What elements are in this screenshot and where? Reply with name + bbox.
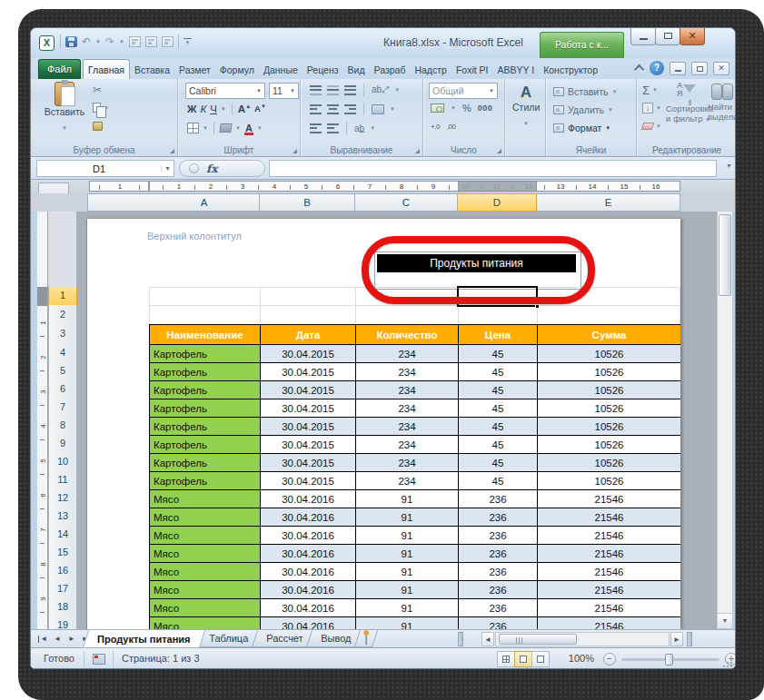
hscroll-right-icon[interactable]: ►	[670, 632, 683, 646]
table-cell[interactable]: 10526	[538, 436, 680, 454]
font-size-combo[interactable]: 11▼	[269, 83, 299, 99]
tab-Foxit PI[interactable]: Foxit PI	[451, 60, 493, 80]
redo-dropdown-icon[interactable]: ▼	[119, 39, 124, 44]
table-cell[interactable]: 45	[459, 454, 538, 472]
vertical-scrollbar[interactable]: ▲ ▼	[717, 212, 733, 629]
horizontal-scroll-thumb[interactable]	[499, 634, 577, 645]
currency-icon[interactable]	[431, 104, 444, 113]
vertical-scroll-thumb[interactable]	[719, 214, 731, 296]
table-cell[interactable]: 30.04.2015	[261, 418, 356, 436]
normal-view-button[interactable]	[497, 651, 515, 667]
table-cell[interactable]: 21546	[538, 563, 680, 581]
table-cell[interactable]: Мясо	[150, 599, 261, 617]
calculator-icon[interactable]	[162, 36, 174, 47]
tab-Формул[interactable]: Формул	[215, 60, 259, 80]
increase-decimal-button[interactable]: +,0	[431, 123, 440, 131]
underline-dropdown-icon[interactable]: ▼	[221, 106, 226, 112]
page-break-view-button[interactable]	[531, 651, 550, 667]
table-cell[interactable]: 91	[356, 617, 459, 629]
table-cell[interactable]: Картофель	[150, 418, 261, 436]
row-header-13[interactable]: 13	[48, 508, 77, 527]
table-cell[interactable]: 91	[356, 527, 459, 545]
underline-button[interactable]: Ч	[210, 104, 217, 114]
table-cell[interactable]: 10526	[538, 418, 680, 436]
paste-button[interactable]: Вставить ▼	[42, 82, 87, 142]
column-header-C[interactable]: C	[355, 193, 458, 212]
minimize-button[interactable]	[630, 28, 656, 45]
table-cell[interactable]: 236	[459, 617, 538, 629]
table-cell[interactable]: 236	[459, 599, 538, 617]
table-cell[interactable]: 30.04.2015	[261, 381, 356, 399]
tab-Главная[interactable]: Главная	[83, 59, 130, 79]
tab-Надстр[interactable]: Надстр	[410, 60, 451, 80]
format-painter-button[interactable]	[93, 119, 109, 133]
table-cell[interactable]: 236	[459, 545, 538, 563]
table-header-cell[interactable]: Наименование	[150, 325, 261, 345]
insert-function-button[interactable]: fx	[206, 163, 217, 175]
table-cell[interactable]: 30.04.2015	[261, 363, 356, 381]
hscroll-left-icon[interactable]: ◄	[481, 632, 494, 646]
row-header-7[interactable]: 7	[48, 399, 77, 418]
font-color-button[interactable]: А	[244, 123, 253, 133]
alignment-dialog-launcher-icon[interactable]	[415, 149, 420, 153]
tab-Конструктор[interactable]: Конструктор	[539, 60, 602, 80]
table-cell[interactable]: Картофель	[150, 436, 261, 454]
insert-sheet-tab[interactable]	[354, 630, 378, 647]
styles-button[interactable]: А Стили ▼	[512, 84, 540, 129]
table-cell[interactable]: 236	[459, 527, 538, 545]
table-cell[interactable]: Картофель	[150, 381, 261, 399]
file-tab[interactable]: Файл	[38, 59, 81, 79]
table-cell[interactable]: 45	[459, 436, 538, 454]
datasheet-icon[interactable]	[145, 36, 157, 47]
row-header-11[interactable]: 11	[48, 471, 77, 490]
table-cell[interactable]: 236	[459, 490, 538, 508]
table-cell[interactable]: 91	[356, 490, 459, 508]
increase-indent-icon[interactable]	[327, 123, 339, 133]
undo-dropdown-icon[interactable]: ▼	[95, 39, 101, 44]
decrease-decimal-button[interactable]: ,00	[447, 123, 456, 131]
table-cell[interactable]: 30.04.2016	[261, 527, 356, 545]
header-placeholder-text[interactable]: Верхний колонтитул	[147, 231, 242, 242]
row-header-17[interactable]: 17	[48, 580, 77, 599]
fill-button[interactable]: ↓▼	[642, 101, 661, 115]
table-cell[interactable]: 91	[356, 581, 459, 599]
cancel-entry-icon[interactable]	[189, 163, 199, 173]
collapse-ribbon-icon[interactable]	[634, 64, 644, 74]
row-header-16[interactable]: 16	[48, 562, 77, 581]
align-bottom-icon[interactable]	[344, 85, 356, 95]
font-name-combo[interactable]: Calibri▼	[185, 83, 265, 99]
tab-Размет[interactable]: Размет	[174, 60, 215, 80]
page-layout-view-button[interactable]	[514, 651, 532, 667]
scrollbar-splitter[interactable]	[687, 632, 692, 646]
row-header-12[interactable]: 12	[48, 489, 77, 508]
align-left-icon[interactable]	[310, 104, 322, 114]
number-format-combo[interactable]: Общий▼	[429, 83, 498, 99]
cut-button[interactable]: ✂	[93, 83, 109, 96]
table-cell[interactable]: 234	[356, 418, 459, 436]
doc-restore-button[interactable]	[691, 62, 708, 75]
find-select-button[interactable]: Найти и выделить ▼	[708, 82, 736, 123]
percent-button[interactable]: %	[462, 103, 471, 113]
table-cell[interactable]: 91	[356, 599, 459, 617]
table-cell[interactable]: 30.04.2015	[261, 436, 356, 454]
save-icon[interactable]	[65, 36, 77, 47]
zoom-level[interactable]: 100%	[561, 653, 594, 664]
thousands-button[interactable]: 000	[478, 104, 493, 113]
table-cell[interactable]: Картофель	[150, 454, 261, 472]
table-cell[interactable]: Мясо	[150, 545, 261, 563]
table-cell[interactable]: 21546	[538, 581, 680, 599]
row-header-8[interactable]: 8	[48, 417, 77, 436]
table-cell[interactable]: 21546	[538, 545, 680, 563]
copy-button[interactable]: ▼	[93, 101, 109, 114]
fill-color-icon[interactable]	[219, 123, 232, 133]
orientation-icon[interactable]: ab⤢	[372, 84, 389, 95]
table-cell[interactable]: 234	[356, 363, 459, 381]
table-cell[interactable]: 45	[459, 381, 538, 399]
zoom-track[interactable]	[621, 658, 719, 661]
clipboard-dialog-launcher-icon[interactable]	[170, 149, 174, 153]
table-cell[interactable]: 91	[356, 545, 459, 563]
table-cell[interactable]: Мясо	[150, 617, 261, 629]
borders-icon[interactable]	[187, 123, 199, 133]
table-cell[interactable]: 234	[356, 454, 459, 472]
align-right-icon[interactable]	[344, 104, 356, 114]
